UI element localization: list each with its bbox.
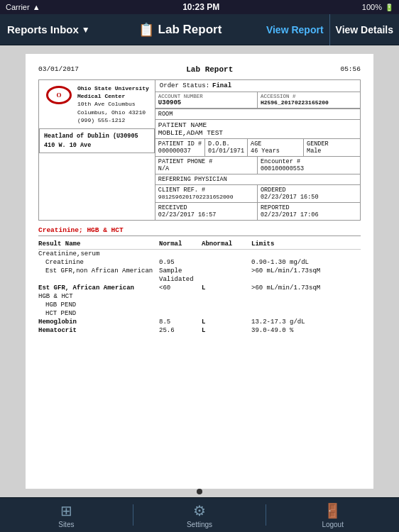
referring-cell: REFERRING PHYSICIAN: [155, 174, 360, 185]
phone-value: N/A: [158, 165, 254, 172]
result-abnormal: [202, 259, 251, 266]
patient-info-block: Order Status: Final ACCOUNT NUMBER U3090…: [155, 80, 360, 220]
tab-sites-label: Sites: [58, 521, 74, 528]
result-name: Est GFR, African American: [38, 284, 159, 292]
dot-1: [197, 489, 202, 494]
age-value: 46 Years: [251, 148, 300, 155]
room-row: ROOM: [155, 109, 360, 120]
patient-demo-row: PATIENT ID # 000000037 D.O.B. 01/01/1971…: [155, 139, 360, 157]
patient-id-cell: PATIENT ID # 000000037: [155, 139, 205, 156]
results-table: Result Name Normal Abnormal Limits Creat…: [38, 239, 361, 335]
tab-logout[interactable]: 🚪 Logout: [266, 499, 399, 531]
status-bar-right: 100% 🔋: [362, 3, 393, 11]
results-rows: Creatinine,serumCreatinine0.950.90-1.30 …: [38, 250, 361, 335]
result-abnormal: L: [202, 318, 251, 326]
nav-center-title: Lab Report: [158, 23, 222, 37]
client-ref-label: CLIENT REF. #: [158, 187, 254, 194]
nav-left: Reports Inbox ▼: [0, 23, 99, 35]
order-status-row: Order Status: Final: [155, 80, 360, 92]
result-limit: [251, 301, 361, 309]
table-row: Est GFR, African American<60L>60 mL/min/…: [38, 284, 361, 292]
result-name: Creatinine,serum: [38, 250, 159, 257]
received-cell: RECEIVED 02/23/2017 16:57: [155, 203, 258, 220]
patient-id-value: 000000037: [158, 148, 202, 155]
tab-settings-label: Settings: [187, 521, 212, 528]
account-number-label: ACCOUNT NUMBER: [158, 94, 254, 99]
result-name: [38, 276, 159, 283]
table-row: HCT PEND: [38, 309, 361, 318]
reported-value: 02/23/2017 17:06: [261, 211, 357, 218]
nav-bar: Reports Inbox ▼ 📋 Lab Report View Report…: [0, 14, 399, 45]
ordered-cell: ORDERED 02/23/2017 16:50: [258, 185, 360, 202]
tab-settings[interactable]: ⚙ Settings: [133, 499, 266, 531]
result-normal: Sample: [159, 267, 202, 275]
phone-encounter-row: PATIENT PHONE # N/A Encounter # 00010000…: [155, 157, 360, 174]
result-name: Hematocrit: [38, 327, 159, 334]
tab-sites[interactable]: ⊞ Sites: [0, 499, 133, 531]
result-normal: 25.6: [159, 327, 202, 334]
address-line2: 410 W. 10 Ave: [44, 141, 150, 150]
result-name: HGB & HCT: [38, 293, 159, 300]
address-line1: Heatland of Dublin (U30905: [44, 132, 150, 141]
age-label: AGE: [251, 140, 300, 148]
result-normal: 8.5: [159, 318, 202, 326]
col-header-limits: Limits: [251, 240, 361, 248]
patient-id-label: PATIENT ID #: [158, 140, 202, 148]
room-label: ROOM: [158, 111, 173, 118]
result-abnormal: [202, 276, 251, 283]
report-date: 03/01/2017: [38, 65, 79, 74]
pagination-dots: [0, 486, 399, 497]
battery-icon: 🔋: [385, 4, 393, 11]
result-normal: [159, 310, 202, 317]
report-title: Lab Report: [186, 65, 233, 74]
result-abnormal: L: [202, 284, 251, 292]
table-row: HGB & HCT: [38, 292, 361, 301]
result-limit: >60 mL/min/1.73sqM: [251, 284, 361, 292]
sites-icon: ⊞: [60, 502, 72, 519]
tab-bar: ⊞ Sites ⚙ Settings 🚪 Logout: [0, 497, 399, 532]
result-limit: [251, 310, 361, 317]
carrier-label: Carrier: [6, 3, 30, 11]
signal-icon: ▲: [33, 3, 40, 11]
ordered-label: ORDERED: [261, 187, 357, 194]
logout-icon: 🚪: [324, 502, 341, 519]
account-number-value: U30905: [158, 99, 254, 106]
status-bar-time: 10:23 PM: [182, 2, 219, 12]
result-limit: 0.90-1.30 mg/dL: [251, 259, 361, 266]
result-normal: 0.95: [159, 259, 202, 266]
result-normal: Validated: [159, 276, 202, 283]
result-name: Hemoglobin: [38, 318, 159, 326]
account-number-cell: ACCOUNT NUMBER U30905: [155, 92, 258, 109]
result-abnormal: L: [202, 327, 251, 334]
dob-label: D.O.B.: [208, 140, 244, 148]
client-ref-cell: CLIENT REF. # 9812596201702231652000: [155, 185, 258, 202]
nav-right: View Report View Details: [261, 14, 399, 45]
view-report-button[interactable]: View Report: [261, 14, 329, 45]
gender-label: GENDER: [307, 140, 357, 148]
hospital-patient-section: O Ohio State University Medical Center 1…: [38, 79, 361, 221]
received-reported-row: RECEIVED 02/23/2017 16:57 REPORTED 02/23…: [155, 203, 360, 220]
hospital-block: O Ohio State University Medical Center 1…: [39, 80, 155, 220]
order-status-label: Order Status:: [160, 82, 209, 89]
table-row: HGB PEND: [38, 301, 361, 309]
lab-report-icon: 📋: [138, 22, 154, 38]
table-row: Est GFR,non African AmericanSample>60 mL…: [38, 267, 361, 275]
hospital-name-line2: Medical Center: [77, 92, 149, 100]
result-abnormal: [202, 250, 251, 257]
ordered-value: 02/23/2017 16:50: [261, 194, 357, 201]
result-normal: <60: [159, 284, 202, 292]
col-header-abnormal: Abnormal: [202, 240, 251, 248]
table-row: Validated: [38, 275, 361, 284]
view-details-button[interactable]: View Details: [329, 14, 399, 45]
nav-left-arrow-icon[interactable]: ▼: [82, 25, 90, 35]
result-name: Creatinine: [38, 259, 159, 266]
results-table-header: Result Name Normal Abnormal Limits: [38, 239, 361, 250]
phone-cell: PATIENT PHONE # N/A: [155, 157, 258, 174]
report-paper: 03/01/2017 Lab Report 05:56 O Ohio State…: [26, 54, 373, 489]
reported-cell: REPORTED 02/23/2017 17:06: [258, 203, 360, 220]
client-ordered-row: CLIENT REF. # 9812596201702231652000 ORD…: [155, 185, 360, 203]
section-header: Creatinine; HGB & HCT: [38, 226, 361, 236]
received-value: 02/23/2017 16:57: [158, 211, 254, 218]
hospital-name-line4: Columbus, Ohio 43210: [77, 109, 149, 116]
result-limit: 13.2-17.3 g/dL: [251, 318, 361, 326]
